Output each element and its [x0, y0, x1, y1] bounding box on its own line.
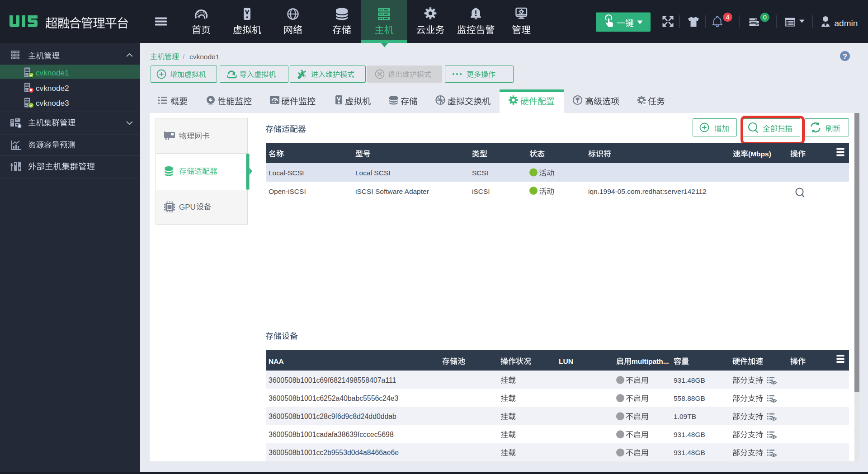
svg-text:3600508b1001c6252a40babc5556c2: 3600508b1001c6252a40babc5556c24e3 [269, 394, 398, 402]
svg-text:Local-SCSI: Local-SCSI [269, 169, 304, 177]
svg-text:cvknode2: cvknode2 [36, 84, 69, 93]
svg-text:Local SCSI: Local SCSI [355, 169, 391, 177]
svg-text:cvknode3: cvknode3 [36, 99, 69, 108]
svg-text:3600508b1001c69f6821498558407a: 3600508b1001c69f6821498558407a111 [269, 376, 396, 384]
svg-text:/: / [183, 53, 185, 61]
svg-text:931.48GB: 931.48GB [674, 376, 705, 384]
svg-text:931.48GB: 931.48GB [674, 449, 705, 456]
svg-text:cvknode1: cvknode1 [36, 68, 69, 77]
svg-text:931.48GB: 931.48GB [674, 431, 705, 438]
svg-text:?: ? [843, 53, 847, 61]
svg-text:cvknode1: cvknode1 [189, 53, 219, 61]
svg-text:1.09TB: 1.09TB [674, 413, 696, 420]
svg-text:GPU: GPU [179, 203, 196, 211]
svg-text:3600508b1001c28c9f6d9c8d24dd0d: 3600508b1001c28c9f6d9c8d24dd0ddab [269, 413, 396, 420]
svg-text:LUN: LUN [559, 357, 573, 365]
svg-text:3600508b1001cc2b9553d0d4a8466a: 3600508b1001cc2b9553d0d4a8466ae6e [269, 449, 399, 456]
svg-text:SCSI: SCSI [472, 169, 488, 177]
svg-text:iSCSI Software Adapter: iSCSI Software Adapter [355, 188, 429, 195]
svg-text:4: 4 [726, 14, 729, 21]
svg-text:Open-iSCSI: Open-iSCSI [269, 188, 306, 195]
svg-text:3600508b1001cadafa38639fcccec5: 3600508b1001cadafa38639fcccec5698 [269, 431, 394, 438]
svg-text:multipath...: multipath... [632, 357, 669, 365]
svg-text:(Mbps): (Mbps) [748, 150, 771, 158]
svg-text:iSCSI: iSCSI [472, 188, 490, 195]
svg-text:0: 0 [763, 14, 767, 21]
svg-text:NAA: NAA [269, 357, 284, 365]
svg-text:558.88GB: 558.88GB [674, 394, 705, 402]
svg-text:iqn.1994-05.com.redhat:server1: iqn.1994-05.com.redhat:server142112 [588, 188, 707, 195]
svg-text:admin: admin [835, 19, 858, 28]
